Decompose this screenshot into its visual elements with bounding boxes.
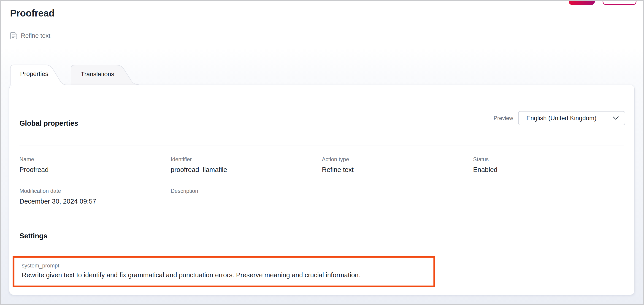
- field-identifier: Identifier proofread_llamafile: [171, 156, 322, 174]
- preview-label: Preview: [494, 115, 513, 121]
- section-divider: [20, 145, 624, 145]
- language-selector[interactable]: English (United Kingdom): [518, 111, 625, 125]
- settings-heading: Settings: [20, 231, 624, 241]
- action-type-subtitle: Refine text: [10, 32, 50, 40]
- field-name: Name Proofread: [20, 156, 171, 174]
- settings-divider: [20, 254, 624, 254]
- document-icon: [10, 32, 18, 40]
- field-action-type: Action type Refine text: [322, 156, 473, 174]
- page-title: Proofread: [10, 8, 54, 19]
- tab-translations-label: Translations: [81, 64, 114, 85]
- secondary-action-button[interactable]: [602, 1, 636, 5]
- language-selector-value: English (United Kingdom): [526, 115, 596, 122]
- field-status-value: Enabled: [473, 165, 624, 174]
- global-properties-heading: Global properties: [20, 119, 78, 128]
- field-name-label: Name: [20, 156, 171, 163]
- system-prompt-value: Rewrite given text to identify and fix g…: [22, 270, 426, 279]
- field-status-label: Status: [473, 156, 624, 163]
- preview-controls: Preview English (United Kingdom): [494, 111, 625, 125]
- system-prompt-label: system_prompt: [22, 262, 426, 269]
- field-description-label: Description: [171, 188, 322, 194]
- primary-action-button[interactable]: [569, 1, 595, 5]
- tab-translations[interactable]: Translations: [71, 64, 139, 85]
- field-description: Description: [171, 188, 322, 206]
- field-status: Status Enabled: [473, 156, 624, 174]
- field-modification-date-value: December 30, 2024 09:57: [20, 197, 171, 206]
- window-frame: Proofread Refine text Properties Transla…: [0, 0, 644, 305]
- field-name-value: Proofread: [20, 165, 171, 174]
- tab-properties-label: Properties: [20, 64, 48, 85]
- subtitle-text: Refine text: [21, 32, 50, 39]
- field-action-type-value: Refine text: [322, 165, 473, 174]
- field-identifier-label: Identifier: [171, 156, 322, 163]
- field-action-type-label: Action type: [322, 156, 473, 163]
- system-prompt-highlight-annotation: system_prompt Rewrite given text to iden…: [12, 256, 435, 287]
- chevron-down-icon: [613, 116, 619, 120]
- global-properties-grid: Name Proofread Identifier proofread_llam…: [20, 156, 624, 206]
- action-details-page: Proofread Refine text Properties Transla…: [1, 1, 643, 304]
- field-modification-date: Modification date December 30, 2024 09:5…: [20, 188, 171, 206]
- field-identifier-value: proofread_llamafile: [171, 165, 322, 174]
- properties-card: Global properties Preview English (Unite…: [9, 85, 634, 295]
- tab-properties[interactable]: Properties: [10, 64, 68, 85]
- field-modification-date-label: Modification date: [20, 188, 171, 194]
